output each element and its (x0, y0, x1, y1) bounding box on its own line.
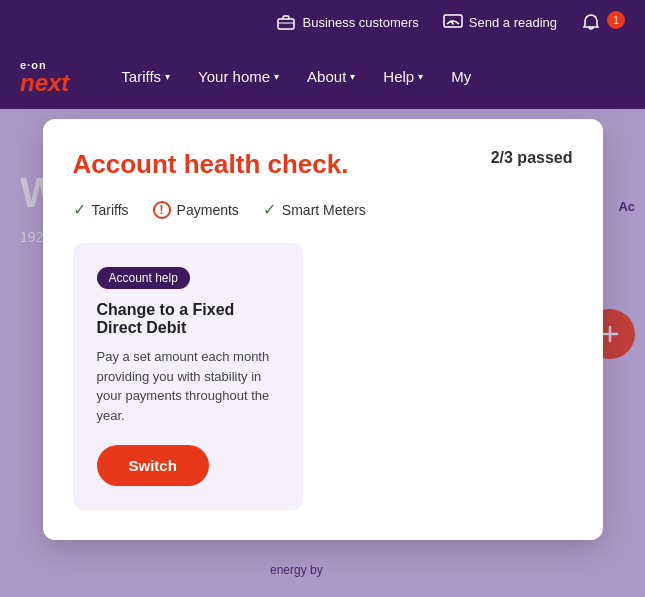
nav-my[interactable]: My (439, 60, 483, 93)
nav-about[interactable]: About ▾ (295, 60, 367, 93)
your-home-chevron-icon: ▾ (274, 71, 279, 82)
main-nav: Tariffs ▾ Your home ▾ About ▾ Help ▾ My (109, 60, 625, 93)
business-customers-link[interactable]: Business customers (276, 12, 418, 32)
business-customers-label: Business customers (302, 15, 418, 30)
smart-meters-check: ✓ Smart Meters (263, 200, 366, 219)
modal-header: Account health check. 2/3 passed (73, 149, 573, 180)
nav-tariffs-label: Tariffs (121, 68, 161, 85)
account-help-card: Account help Change to a Fixed Direct De… (73, 243, 303, 510)
tariffs-chevron-icon: ▾ (165, 71, 170, 82)
notification-badge: 1 (607, 11, 625, 29)
modal-overlay: Account health check. 2/3 passed ✓ Tarif… (0, 109, 645, 597)
nav-about-label: About (307, 68, 346, 85)
notification-button[interactable]: 1 (581, 12, 625, 32)
svg-rect-0 (278, 19, 294, 29)
card-badge: Account help (97, 267, 190, 289)
meter-icon (443, 12, 463, 32)
tariffs-check-icon: ✓ (73, 200, 86, 219)
main-content: Wo 192 G Ac t paym payme ment is s after… (0, 109, 645, 597)
nav-help-label: Help (383, 68, 414, 85)
account-health-modal: Account health check. 2/3 passed ✓ Tarif… (43, 119, 603, 540)
about-chevron-icon: ▾ (350, 71, 355, 82)
nav-your-home-label: Your home (198, 68, 270, 85)
send-reading-label: Send a reading (469, 15, 557, 30)
tariffs-check: ✓ Tariffs (73, 200, 129, 219)
briefcase-icon (276, 12, 296, 32)
smart-meters-check-label: Smart Meters (282, 202, 366, 218)
logo[interactable]: e·on next (20, 59, 69, 95)
notification-icon (581, 12, 601, 32)
top-bar: Business customers Send a reading 1 (0, 0, 645, 44)
card-title: Change to a Fixed Direct Debit (97, 301, 279, 337)
send-reading-link[interactable]: Send a reading (443, 12, 557, 32)
modal-score: 2/3 passed (491, 149, 573, 167)
payments-check: ! Payments (153, 200, 239, 219)
nav-your-home[interactable]: Your home ▾ (186, 60, 291, 93)
header: e·on next Tariffs ▾ Your home ▾ About ▾ … (0, 44, 645, 109)
payments-check-label: Payments (177, 202, 239, 218)
help-chevron-icon: ▾ (418, 71, 423, 82)
card-description: Pay a set amount each month providing yo… (97, 347, 279, 425)
nav-help[interactable]: Help ▾ (371, 60, 435, 93)
smart-meters-check-icon: ✓ (263, 200, 276, 219)
switch-button[interactable]: Switch (97, 445, 209, 486)
logo-next-text: next (20, 71, 69, 95)
nav-tariffs[interactable]: Tariffs ▾ (109, 60, 182, 93)
checks-row: ✓ Tariffs ! Payments ✓ Smart Meters (73, 200, 573, 219)
tariffs-check-label: Tariffs (92, 202, 129, 218)
modal-title: Account health check. (73, 149, 349, 180)
payments-warn-icon: ! (153, 201, 171, 219)
